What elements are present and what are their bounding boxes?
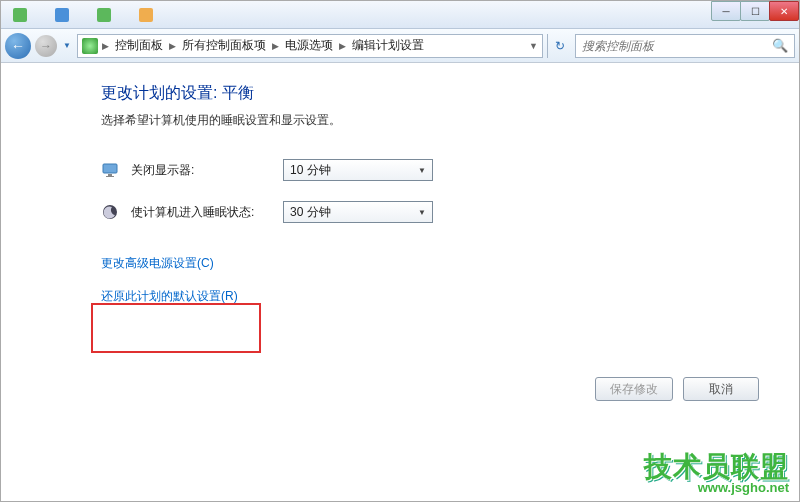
tab-group bbox=[5, 6, 795, 24]
svg-rect-2 bbox=[106, 176, 114, 177]
back-button[interactable]: ← bbox=[5, 33, 31, 59]
content-area: 更改计划的设置: 平衡 选择希望计算机使用的睡眠设置和显示设置。 关闭显示器: … bbox=[1, 63, 799, 501]
watermark-url: www.jsgho.net bbox=[644, 481, 789, 495]
browser-tab[interactable] bbox=[131, 6, 165, 24]
browser-tab[interactable] bbox=[5, 6, 39, 24]
watermark: 技术员联盟 www.jsgho.net bbox=[644, 452, 789, 495]
chevron-down-icon: ▼ bbox=[418, 166, 426, 175]
minimize-button[interactable]: ─ bbox=[711, 1, 741, 21]
setting-row-display-off: 关闭显示器: 10 分钟 ▼ bbox=[101, 159, 739, 181]
moon-icon bbox=[101, 203, 119, 221]
refresh-button[interactable]: ↻ bbox=[547, 34, 571, 58]
dialog-buttons: 保存修改 取消 bbox=[595, 377, 759, 401]
history-dropdown[interactable]: ▼ bbox=[61, 33, 73, 59]
setting-label: 使计算机进入睡眠状态: bbox=[131, 204, 271, 221]
dropdown-value: 10 分钟 bbox=[290, 162, 331, 179]
breadcrumb-item[interactable]: 控制面板 bbox=[113, 37, 165, 54]
arrow-right-icon: → bbox=[40, 39, 52, 53]
search-box[interactable]: 🔍 bbox=[575, 34, 795, 58]
chevron-down-icon: ▼ bbox=[418, 208, 426, 217]
close-button[interactable]: ✕ bbox=[769, 1, 799, 21]
page-title: 更改计划的设置: 平衡 bbox=[101, 83, 739, 104]
breadcrumb-separator: ▶ bbox=[102, 41, 109, 51]
page-subtitle: 选择希望计算机使用的睡眠设置和显示设置。 bbox=[101, 112, 739, 129]
sleep-dropdown[interactable]: 30 分钟 ▼ bbox=[283, 201, 433, 223]
address-bar[interactable]: ▶ 控制面板 ▶ 所有控制面板项 ▶ 电源选项 ▶ 编辑计划设置 ▼ bbox=[77, 34, 543, 58]
tab-favicon bbox=[13, 8, 27, 22]
window-controls: ─ ☐ ✕ bbox=[712, 1, 799, 21]
search-icon[interactable]: 🔍 bbox=[772, 38, 788, 53]
maximize-button[interactable]: ☐ bbox=[740, 1, 770, 21]
breadcrumb-item[interactable]: 编辑计划设置 bbox=[350, 37, 426, 54]
tab-favicon bbox=[55, 8, 69, 22]
breadcrumb-item[interactable]: 电源选项 bbox=[283, 37, 335, 54]
chevron-down-icon[interactable]: ▼ bbox=[529, 41, 538, 51]
svg-rect-0 bbox=[103, 164, 117, 173]
refresh-icon: ↻ bbox=[555, 39, 565, 53]
breadcrumb-item[interactable]: 所有控制面板项 bbox=[180, 37, 268, 54]
search-input[interactable] bbox=[582, 39, 772, 53]
restore-defaults-link[interactable]: 还原此计划的默认设置(R) bbox=[101, 288, 238, 305]
breadcrumb-separator: ▶ bbox=[339, 41, 346, 51]
arrow-left-icon: ← bbox=[11, 38, 25, 54]
advanced-power-settings-link[interactable]: 更改高级电源设置(C) bbox=[101, 255, 214, 272]
browser-tab[interactable] bbox=[47, 6, 81, 24]
forward-button[interactable]: → bbox=[35, 35, 57, 57]
chevron-down-icon: ▼ bbox=[63, 41, 71, 50]
setting-row-sleep: 使计算机进入睡眠状态: 30 分钟 ▼ bbox=[101, 201, 739, 223]
display-off-dropdown[interactable]: 10 分钟 ▼ bbox=[283, 159, 433, 181]
setting-label: 关闭显示器: bbox=[131, 162, 271, 179]
monitor-icon bbox=[101, 161, 119, 179]
dropdown-value: 30 分钟 bbox=[290, 204, 331, 221]
navigation-bar: ← → ▼ ▶ 控制面板 ▶ 所有控制面板项 ▶ 电源选项 ▶ 编辑计划设置 ▼… bbox=[1, 29, 799, 63]
browser-tab[interactable] bbox=[89, 6, 123, 24]
links-section: 更改高级电源设置(C) 还原此计划的默认设置(R) bbox=[101, 253, 739, 319]
save-button[interactable]: 保存修改 bbox=[595, 377, 673, 401]
breadcrumb-separator: ▶ bbox=[272, 41, 279, 51]
cancel-button[interactable]: 取消 bbox=[683, 377, 759, 401]
tab-favicon bbox=[139, 8, 153, 22]
svg-rect-1 bbox=[108, 174, 112, 176]
control-panel-icon bbox=[82, 38, 98, 54]
watermark-text: 技术员联盟 bbox=[644, 452, 789, 481]
tab-favicon bbox=[97, 8, 111, 22]
breadcrumb-separator: ▶ bbox=[169, 41, 176, 51]
window-titlebar: ─ ☐ ✕ bbox=[1, 1, 799, 29]
